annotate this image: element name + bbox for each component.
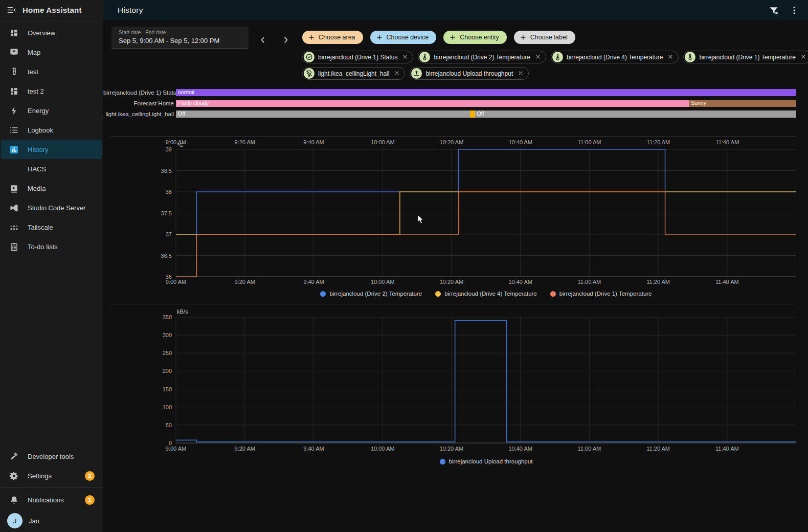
- y-axis-tick-label: 300: [163, 332, 172, 338]
- sidebar-item-energy[interactable]: Energy: [1, 101, 102, 120]
- chip-avatar: [411, 68, 422, 79]
- choose-entity-chip[interactable]: Choose entity: [443, 31, 506, 44]
- sidebar-item-settings[interactable]: Settings2: [1, 466, 102, 485]
- app-title: Home Assistant: [23, 6, 82, 14]
- sidebar-item-label: Jan: [29, 517, 39, 525]
- menu-open-icon[interactable]: [0, 5, 23, 15]
- dots-vertical-icon-button[interactable]: [788, 4, 801, 17]
- timeline-track: OffOff: [176, 110, 796, 118]
- section-divider: [110, 304, 796, 304]
- y-axis-tick-label: 350: [163, 314, 172, 320]
- timeline-segment-off[interactable]: Off: [475, 110, 796, 118]
- chip-label: Choose device: [387, 34, 429, 41]
- legend-item-birrejancloud-upload-throughput[interactable]: birrejancloud Upload throughput: [440, 458, 533, 464]
- x-axis-tick-label: 9:40 AM: [303, 446, 324, 452]
- sidebar-item-tailscale[interactable]: Tailscale: [1, 217, 102, 237]
- previous-period-button[interactable]: [256, 33, 270, 47]
- timeline-entity-label: light.ikea_cellingLight_hall: [103, 111, 174, 117]
- x-axis-tick-label: 10:20 AM: [440, 446, 463, 452]
- entity-chip-birrejancloud-drive-1-status[interactable]: birrejancloud (Drive 1) Status: [302, 51, 413, 63]
- legend-dot: [440, 459, 445, 464]
- x-axis-tick-label: 9:00 AM: [166, 279, 186, 285]
- entity-chip-light-ikea-cellinglight-hall[interactable]: light.ikea_cellingLight_hall: [302, 67, 405, 80]
- plus-icon: [449, 34, 456, 41]
- sidebar-item-label: HACS: [28, 165, 46, 173]
- legend-dot: [435, 291, 441, 297]
- sidebar-item-map[interactable]: Map: [1, 42, 102, 62]
- filter-remove-icon-button[interactable]: [767, 4, 780, 17]
- legend-item-birrejancloud-drive-4-temperature[interactable]: birrejancloud (Drive 4) Temperature: [435, 291, 537, 297]
- close-icon[interactable]: [535, 54, 541, 61]
- x-axis-tick-label: 11:20 AM: [646, 446, 670, 452]
- choose-device-chip[interactable]: Choose device: [370, 31, 437, 44]
- legend-item-birrejancloud-drive-1-temperature[interactable]: birrejancloud (Drive 1) Temperature: [550, 291, 652, 297]
- sidebar-item-history[interactable]: History: [1, 140, 102, 159]
- sidebar-bottom-list: Developer toolsSettings2Notifications1JJ…: [0, 447, 103, 532]
- x-axis-tick-label: 11:20 AM: [646, 279, 670, 285]
- timeline-segment-off[interactable]: Off: [176, 110, 470, 118]
- sidebar-item-to-do-lists[interactable]: To-do lists: [1, 237, 102, 256]
- hammer-icon: [9, 452, 19, 461]
- legend-label: birrejancloud (Drive 1) Temperature: [559, 291, 652, 297]
- legend-label: birrejancloud (Drive 2) Temperature: [329, 291, 422, 297]
- entity-chip-birrejancloud-drive-4-temperature[interactable]: birrejancloud (Drive 4) Temperature: [551, 51, 679, 63]
- sidebar-item-developer-tools[interactable]: Developer tools: [1, 447, 102, 466]
- thermometer-icon: [421, 53, 429, 61]
- page-title: History: [118, 6, 143, 15]
- y-axis-tick-label: 36.5: [161, 253, 172, 259]
- chip-label: birrejancloud Upload throughput: [425, 70, 513, 77]
- sidebar-nav-list: OverviewMaptesttest 2EnergyLogbookHistor…: [0, 23, 103, 256]
- temperature-history-chart[interactable]: 3938.53837.53736.536°C9:00 AM9:20 AM9:40…: [153, 141, 804, 295]
- entity-chip-birrejancloud-drive-1-temperature[interactable]: birrejancloud (Drive 1) Temperature: [683, 51, 808, 63]
- sidebar-item-test-2[interactable]: test 2: [1, 81, 102, 101]
- x-axis-tick-label: 10:40 AM: [508, 279, 532, 285]
- timeline-segment-sunny[interactable]: Sunny: [689, 100, 796, 107]
- plus-icon: [520, 34, 527, 41]
- thermometer-icon: [686, 53, 694, 61]
- choose-label-chip[interactable]: Choose label: [514, 31, 575, 44]
- entity-chip-birrejancloud-drive-2-temperature[interactable]: birrejancloud (Drive 2) Temperature: [418, 51, 546, 63]
- sidebar-item-studio-code-server[interactable]: Studio Code Server: [1, 198, 102, 217]
- timeline-segment-normal[interactable]: normal: [176, 89, 796, 96]
- close-icon[interactable]: [518, 70, 524, 77]
- date-range-picker[interactable]: Start date - End date Sep 5, 9:00 AM - S…: [111, 27, 249, 49]
- sidebar-item-notifications[interactable]: Notifications1: [1, 490, 102, 509]
- view-dashboard-icon: [9, 28, 19, 38]
- close-icon[interactable]: [800, 54, 806, 61]
- sidebar-profile[interactable]: JJan: [1, 509, 102, 532]
- gear-icon: [9, 471, 19, 481]
- timeline-segment-partly-cloudy[interactable]: Partly cloudy: [176, 100, 689, 107]
- timeline-segment[interactable]: [470, 110, 475, 118]
- chevron-left-icon: [258, 35, 267, 45]
- sidebar-item-overview[interactable]: Overview: [1, 23, 102, 42]
- dots-vertical-icon: [789, 5, 799, 15]
- sidebar-item-label: To-do lists: [28, 243, 58, 251]
- upload-throughput-chart[interactable]: 350300250200150100500kB/s9:00 AM9:20 AM9…: [153, 307, 804, 460]
- sidebar-item-logbook[interactable]: Logbook: [1, 120, 102, 140]
- sidebar-item-label: Logbook: [28, 126, 53, 134]
- notification-badge: 1: [85, 495, 95, 505]
- close-icon[interactable]: [402, 54, 408, 61]
- choose-area-chip[interactable]: Choose area: [302, 31, 363, 44]
- legend-item-birrejancloud-drive-2-temperature[interactable]: birrejancloud (Drive 2) Temperature: [320, 291, 422, 297]
- date-range-label: Start date - End date: [119, 30, 241, 35]
- sidebar-item-label: Settings: [28, 472, 52, 480]
- y-axis-tick-label: 38.5: [161, 168, 172, 174]
- legend-label: birrejancloud (Drive 4) Temperature: [444, 291, 537, 297]
- x-axis-tick-label: 9:20 AM: [235, 279, 255, 285]
- test-tube-icon: [9, 67, 19, 77]
- close-icon[interactable]: [394, 70, 400, 77]
- sidebar-item-hacs[interactable]: HACS: [1, 159, 102, 179]
- x-axis-tick-label: 10:40 AM: [508, 446, 532, 452]
- sidebar-item-media[interactable]: Media: [1, 179, 102, 198]
- next-period-button[interactable]: [279, 33, 293, 47]
- y-axis-tick-label: 37.5: [161, 210, 172, 216]
- entity-chip-birrejancloud-upload-throughput[interactable]: birrejancloud Upload throughput: [410, 67, 529, 80]
- y-axis-tick-label: 50: [166, 422, 172, 428]
- sidebar-item-test[interactable]: test: [1, 62, 102, 81]
- section-divider: [110, 136, 796, 137]
- close-icon[interactable]: [667, 54, 674, 61]
- sidebar-item-label: Notifications: [28, 496, 64, 504]
- plus-icon: [308, 34, 315, 41]
- y-axis-tick-label: 200: [163, 368, 172, 374]
